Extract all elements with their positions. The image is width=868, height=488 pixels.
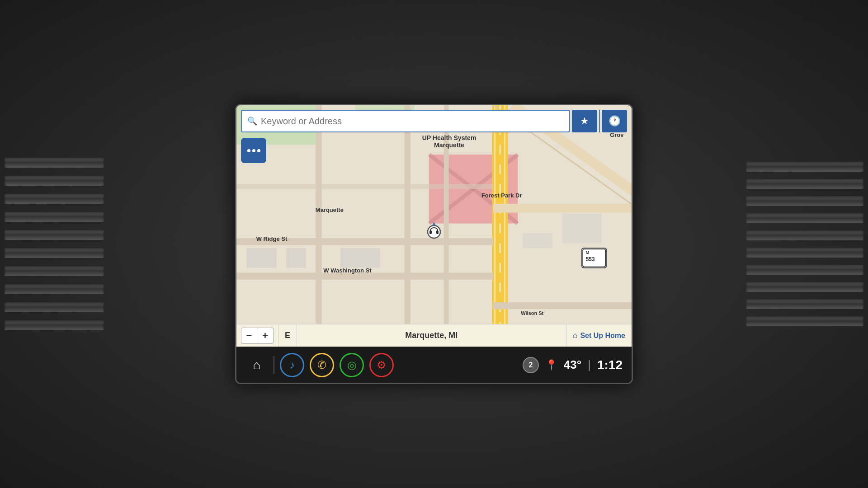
svg-rect-24 <box>247 248 276 268</box>
right-vent <box>741 108 868 380</box>
svg-rect-31 <box>429 230 432 234</box>
map-bottom-bar: − + E Marquette, MI ⌂ Set Up Home <box>236 324 632 347</box>
setup-home-button[interactable]: ⌂ Set Up Home <box>566 324 632 347</box>
home-icon: ⌂ <box>253 358 261 372</box>
svg-rect-10 <box>493 204 632 213</box>
svg-rect-19 <box>493 302 632 309</box>
map-area[interactable]: M 553 🔍 ★ 🕐 <box>236 105 632 347</box>
svg-rect-32 <box>436 230 439 234</box>
svg-rect-18 <box>444 105 449 347</box>
location-pin-icon: 📍 <box>545 359 557 371</box>
nav-divider <box>274 356 274 374</box>
music-icon: ♪ <box>289 359 295 371</box>
svg-rect-13 <box>236 238 493 245</box>
svg-rect-16 <box>316 105 321 347</box>
vent-slat <box>746 248 863 258</box>
left-vent <box>0 108 108 380</box>
svg-rect-26 <box>340 248 380 268</box>
vent-slat <box>5 230 104 240</box>
nav-icon: ◎ <box>347 359 357 371</box>
dashboard: M 553 🔍 ★ 🕐 <box>0 0 868 488</box>
compass: E <box>278 324 297 347</box>
car-icon: ⚙ <box>377 359 387 371</box>
temperature-display: 43° <box>564 358 581 372</box>
svg-rect-25 <box>286 248 306 268</box>
infotainment-screen: M 553 🔍 ★ 🕐 <box>235 104 633 384</box>
vent-slat <box>746 230 863 240</box>
search-input-wrapper[interactable]: 🔍 <box>241 110 570 132</box>
vent-slat <box>5 158 104 168</box>
vent-slat <box>746 316 863 326</box>
search-divider <box>599 110 600 132</box>
vent-slat <box>5 284 104 294</box>
city-label: Marquette, MI <box>297 331 566 340</box>
vent-slat <box>746 299 863 309</box>
phone-button[interactable]: ✆ <box>310 353 334 377</box>
svg-rect-14 <box>236 273 493 280</box>
svg-text:M: M <box>586 250 589 255</box>
vent-slat <box>5 302 104 312</box>
current-location-marker <box>424 221 444 241</box>
menu-dots <box>247 149 260 152</box>
svg-rect-8 <box>504 105 505 347</box>
vent-slat <box>746 282 863 292</box>
vent-slat <box>5 320 104 330</box>
nav-left: ⌂ ♪ ✆ ◎ ⚙ <box>245 353 394 377</box>
divider: | <box>588 358 591 372</box>
home-icon: ⌂ <box>573 331 578 340</box>
menu-button[interactable] <box>241 138 266 163</box>
clock-icon: 🕐 <box>609 115 621 127</box>
search-icon: 🔍 <box>247 116 257 126</box>
search-bar: 🔍 ★ 🕐 <box>241 110 627 132</box>
vent-slat <box>5 194 104 204</box>
setup-home-label: Set Up Home <box>580 332 625 340</box>
zoom-controls: − + <box>236 328 278 344</box>
navigation-button[interactable]: ◎ <box>340 353 364 377</box>
vent-slat <box>5 176 104 186</box>
vent-slat <box>746 196 863 206</box>
vent-slat <box>746 213 863 223</box>
nav-right: 2 📍 43° | 1:12 <box>523 357 623 373</box>
phone-icon: ✆ <box>317 359 326 371</box>
home-button[interactable]: ⌂ <box>245 354 268 376</box>
car-settings-button[interactable]: ⚙ <box>369 353 394 377</box>
svg-rect-28 <box>562 214 601 243</box>
svg-rect-7 <box>494 105 495 347</box>
vent-slat <box>5 248 104 258</box>
nav-bar: ⌂ ♪ ✆ ◎ ⚙ 2 📍 43° | <box>236 347 632 383</box>
svg-rect-15 <box>236 184 493 189</box>
svg-text:553: 553 <box>586 256 595 263</box>
time-display: 1:12 <box>597 358 623 372</box>
dot <box>257 149 260 152</box>
vent-slat <box>5 212 104 222</box>
vent-slat <box>5 266 104 276</box>
dot <box>252 149 255 152</box>
vent-slat <box>746 265 863 275</box>
zoom-in-button[interactable]: + <box>257 328 274 344</box>
svg-rect-17 <box>405 105 410 347</box>
music-button[interactable]: ♪ <box>280 353 304 377</box>
star-icon: ★ <box>580 115 589 127</box>
vent-slat <box>746 179 863 189</box>
favorites-button[interactable]: ★ <box>572 110 597 132</box>
svg-rect-27 <box>523 233 552 248</box>
search-input[interactable] <box>261 116 564 127</box>
dot <box>247 149 250 152</box>
history-button[interactable]: 🕐 <box>602 110 627 132</box>
notification-badge[interactable]: 2 <box>523 357 539 373</box>
zoom-out-button[interactable]: − <box>241 328 257 344</box>
vent-slat <box>746 162 863 172</box>
